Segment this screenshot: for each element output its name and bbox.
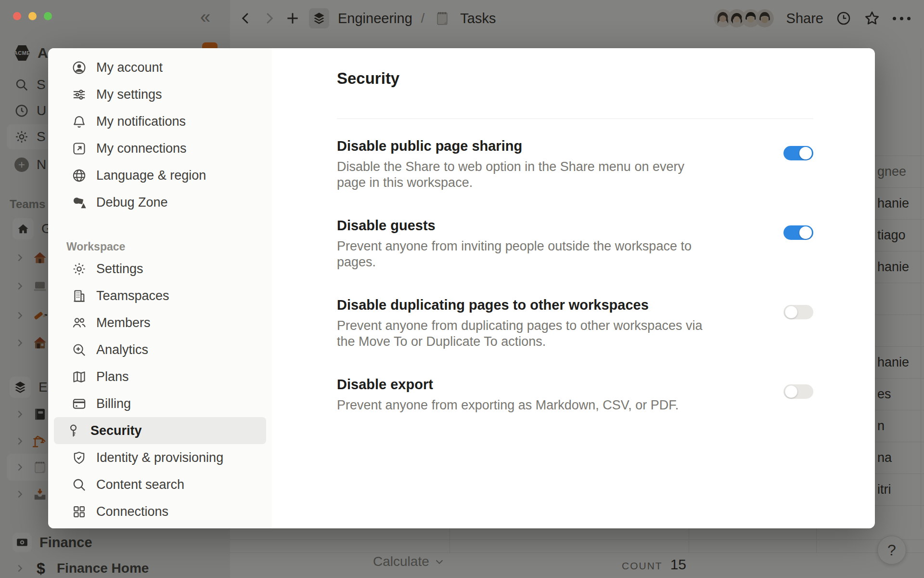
nav-item-identity-provisioning[interactable]: Identity & provisioning: [54, 444, 266, 471]
nav-item-language-region[interactable]: Language & region: [54, 162, 266, 189]
setting-title: Disable duplicating pages to other works…: [337, 297, 707, 313]
page-title: Security: [337, 69, 875, 91]
person-circle-icon: [72, 60, 87, 75]
setting-disable-guests: Disable guests Prevent anyone from invit…: [337, 218, 813, 270]
settings-nav: My account My settings My notifications …: [48, 48, 272, 528]
arrow-out-box-icon: [72, 141, 87, 156]
bell-icon: [72, 114, 87, 129]
setting-description: Prevent anyone from exporting as Markdow…: [337, 397, 707, 413]
nav-item-my-notifications[interactable]: My notifications: [54, 108, 266, 135]
setting-title: Disable public page sharing: [337, 138, 707, 154]
nav-item-debug-zone[interactable]: Debug Zone: [54, 189, 266, 216]
divider: [337, 118, 813, 119]
nav-item-my-settings[interactable]: My settings: [54, 81, 266, 108]
toggle-knob: [799, 226, 812, 239]
globe-icon: [72, 168, 87, 183]
credit-card-icon: [72, 396, 87, 411]
security-settings-panel: Security Disable public page sharing Dis…: [272, 48, 875, 528]
setting-disable-public-page-sharing: Disable public page sharing Disable the …: [337, 138, 813, 191]
toggle-knob: [799, 147, 812, 159]
setting-disable-export: Disable export Prevent anyone from expor…: [337, 377, 813, 413]
setting-description: Prevent anyone from inviting people outs…: [337, 238, 707, 270]
nav-item-teamspaces[interactable]: Teamspaces: [54, 282, 266, 309]
toggle-disable-export[interactable]: [783, 384, 813, 399]
key-icon: [66, 423, 81, 438]
minimize-window-button[interactable]: [28, 12, 37, 20]
grid-icon: [72, 504, 87, 519]
setting-description: Disable the Share to web option in the S…: [337, 159, 707, 191]
nav-item-members[interactable]: Members: [54, 309, 266, 336]
nav-item-analytics[interactable]: Analytics: [54, 336, 266, 363]
nav-section-workspace: Workspace: [48, 238, 272, 255]
toggle-disable-public-page-sharing[interactable]: [783, 146, 813, 160]
nav-item-billing[interactable]: Billing: [54, 390, 266, 417]
nav-item-security[interactable]: Security: [54, 417, 266, 444]
nav-item-connections[interactable]: Connections: [54, 498, 266, 525]
shield-check-icon: [72, 450, 87, 465]
building-icon: [72, 289, 87, 303]
nav-item-settings[interactable]: Settings: [54, 255, 266, 282]
shapes-icon: [72, 195, 87, 210]
setting-title: Disable export: [337, 377, 707, 393]
nav-item-my-account[interactable]: My account: [54, 54, 266, 81]
magnifier-plus-icon: [72, 342, 87, 357]
sliders-icon: [72, 87, 87, 102]
settings-modal: My account My settings My notifications …: [48, 48, 875, 528]
toggle-knob: [785, 306, 797, 318]
gear-icon: [72, 262, 87, 276]
nav-item-content-search[interactable]: Content search: [54, 471, 266, 498]
window-controls: [13, 12, 52, 20]
setting-description: Prevent anyone from duplicating pages to…: [337, 318, 707, 350]
setting-title: Disable guests: [337, 218, 707, 234]
setting-disable-duplicating-pages: Disable duplicating pages to other works…: [337, 297, 813, 350]
toggle-knob: [785, 385, 797, 398]
nav-item-my-connections[interactable]: My connections: [54, 135, 266, 162]
people-icon: [72, 315, 87, 330]
toggle-disable-duplicating-pages[interactable]: [783, 305, 813, 319]
toggle-disable-guests[interactable]: [783, 225, 813, 240]
nav-item-plans[interactable]: Plans: [54, 363, 266, 390]
map-icon: [72, 369, 87, 384]
search-icon: [72, 477, 87, 492]
close-window-button[interactable]: [13, 12, 21, 20]
zoom-window-button[interactable]: [44, 12, 52, 20]
